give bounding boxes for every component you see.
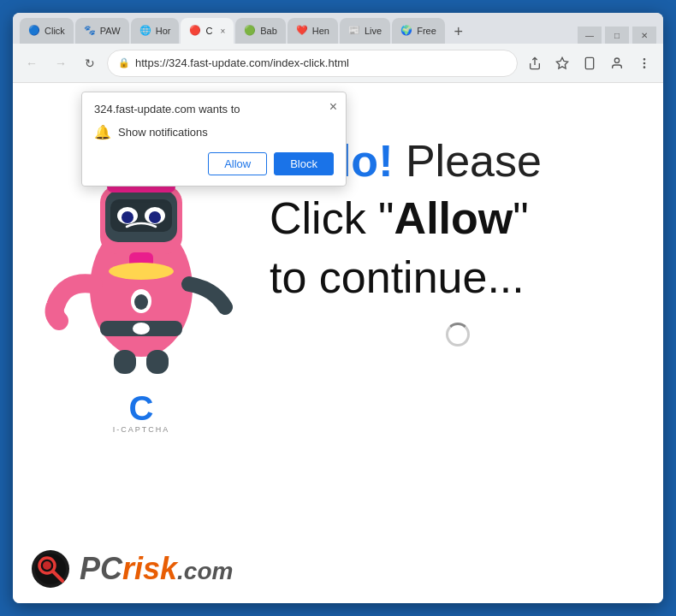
main-message-line2: Click "Allow" xyxy=(270,191,529,246)
popup-close-button[interactable]: × xyxy=(329,99,337,115)
tab-active[interactable]: 🔴 C × xyxy=(181,18,234,44)
svg-point-3 xyxy=(614,58,619,62)
svg-point-29 xyxy=(43,561,51,570)
notification-text: Show notifications xyxy=(118,126,208,139)
svg-point-12 xyxy=(122,211,133,223)
bell-icon: 🔔 xyxy=(94,124,111,140)
svg-marker-0 xyxy=(556,57,567,68)
browser-window: 🔵 Click 🐾 PAW 🌐 Hor 🔴 C × 🟢 Bab ❤️ Hen 📰… xyxy=(13,13,663,603)
tab-label-live: Live xyxy=(365,26,382,36)
lock-icon: 🔒 xyxy=(118,57,130,68)
pcrisk-text: PCrisk.com xyxy=(80,551,233,587)
popup-title: 324.fast-update.com wants to xyxy=(94,103,334,116)
tab-click[interactable]: 🔵 Click xyxy=(20,18,74,44)
svg-rect-22 xyxy=(114,350,136,374)
svg-point-5 xyxy=(643,62,644,63)
pcrisk-pc: PC xyxy=(80,551,122,586)
toolbar-actions xyxy=(523,51,656,75)
svg-rect-23 xyxy=(146,350,169,374)
toolbar: ← → ↻ 🔒 https://324.fast-update.com/inde… xyxy=(13,44,663,83)
tab-favicon-hen: ❤️ xyxy=(296,25,308,37)
bookmark-button[interactable] xyxy=(550,51,574,75)
block-button[interactable]: Block xyxy=(274,152,334,175)
tab-hor[interactable]: 🌐 Hor xyxy=(131,18,180,44)
tablet-mode-button[interactable] xyxy=(578,51,602,75)
forward-button[interactable]: → xyxy=(49,51,73,75)
maximize-button[interactable]: □ xyxy=(605,27,629,44)
notification-row: 🔔 Show notifications xyxy=(94,124,334,140)
loading-spinner xyxy=(446,323,470,346)
tab-label-active: C xyxy=(205,26,212,36)
minimize-button[interactable]: — xyxy=(578,27,602,44)
captcha-logo: C I-CAPTCHA xyxy=(113,391,170,434)
tab-favicon-active: 🔴 xyxy=(189,25,201,37)
tab-close-icon[interactable]: × xyxy=(220,27,225,36)
url-text: https://324.fast-update.com/index-click.… xyxy=(135,56,507,69)
tab-live[interactable]: 📰 Live xyxy=(340,18,390,44)
window-controls: — □ ✕ xyxy=(578,27,656,44)
pcrisk-logo-icon xyxy=(30,548,71,589)
address-bar[interactable]: 🔒 https://324.fast-update.com/index-clic… xyxy=(107,50,518,77)
svg-point-14 xyxy=(149,211,161,223)
menu-button[interactable] xyxy=(632,51,656,75)
svg-point-4 xyxy=(643,58,644,59)
allow-button[interactable]: Allow xyxy=(208,152,267,175)
pcrisk-com: .com xyxy=(177,558,233,584)
tab-label-paw: PAW xyxy=(100,26,121,36)
new-tab-button[interactable]: + xyxy=(447,20,471,44)
tab-label-free: Free xyxy=(417,26,436,36)
svg-point-21 xyxy=(133,323,150,335)
share-button[interactable] xyxy=(523,51,547,75)
back-button[interactable]: ← xyxy=(20,51,44,75)
tabs-bar: 🔵 Click 🐾 PAW 🌐 Hor 🔴 C × 🟢 Bab ❤️ Hen 📰… xyxy=(13,13,663,44)
page-content: × 324.fast-update.com wants to 🔔 Show no… xyxy=(13,83,663,603)
please-text: Please xyxy=(406,136,542,186)
tab-label-bab: Bab xyxy=(260,26,277,36)
profile-button[interactable] xyxy=(605,51,629,75)
tab-favicon-paw: 🐾 xyxy=(84,25,96,37)
main-message-line3: to continue... xyxy=(270,250,525,305)
svg-point-6 xyxy=(643,67,644,68)
tab-paw[interactable]: 🐾 PAW xyxy=(75,18,129,44)
svg-point-17 xyxy=(109,263,174,280)
tab-label-hor: Hor xyxy=(156,26,171,36)
svg-point-19 xyxy=(134,294,148,310)
pcrisk-footer: PCrisk.com xyxy=(30,548,233,589)
tab-hen[interactable]: ❤️ Hen xyxy=(288,18,338,44)
allow-bold-text: Allow xyxy=(394,193,513,243)
tab-bab[interactable]: 🟢 Bab xyxy=(235,18,286,44)
reload-button[interactable]: ↻ xyxy=(78,51,102,75)
tab-favicon-live: 📰 xyxy=(348,25,360,37)
tab-label-click: Click xyxy=(44,26,65,36)
pcrisk-risk: risk xyxy=(122,551,177,586)
captcha-letter: C xyxy=(129,391,154,425)
tab-label-hen: Hen xyxy=(312,26,329,36)
popup-buttons: Allow Block xyxy=(94,152,334,175)
tab-favicon-bab: 🟢 xyxy=(244,25,256,37)
tab-favicon-free: 🌍 xyxy=(400,25,412,37)
tab-free[interactable]: 🌍 Free xyxy=(392,18,445,44)
tab-favicon-hor: 🌐 xyxy=(139,25,151,37)
spinner-row xyxy=(270,323,646,346)
notification-popup: × 324.fast-update.com wants to 🔔 Show no… xyxy=(81,92,347,187)
captcha-label: I-CAPTCHA xyxy=(113,425,170,434)
tab-favicon-click: 🔵 xyxy=(28,25,40,37)
close-button[interactable]: ✕ xyxy=(632,27,656,44)
